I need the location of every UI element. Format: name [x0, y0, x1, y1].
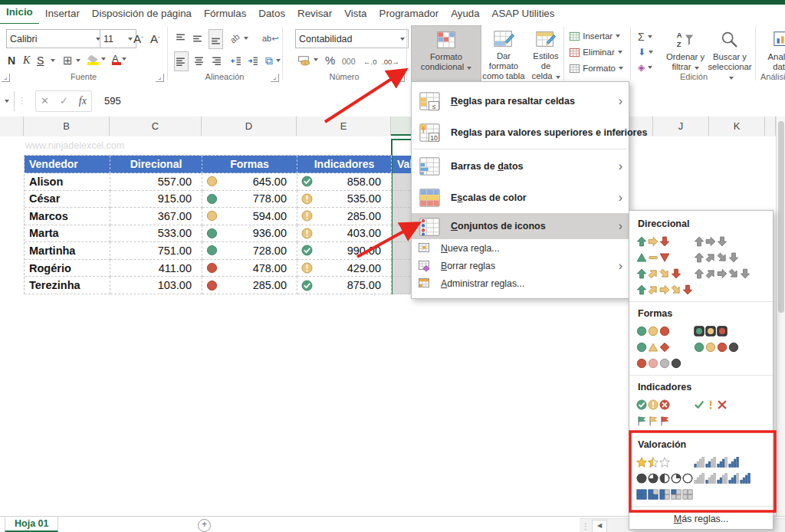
autosum-button[interactable]: Σ — [638, 28, 652, 45]
sheet-tab-hoja01[interactable]: Hoja 01 — [5, 517, 58, 532]
format-cells-button[interactable]: Formato — [569, 61, 623, 75]
align-middle-button[interactable] — [192, 30, 203, 47]
cell-styles-button[interactable]: Estilos de celda — [527, 25, 564, 82]
icon-set-option[interactable] — [636, 268, 694, 279]
cell-value[interactable]: 103.00 — [110, 277, 202, 294]
scroll-left-button[interactable]: ◀ — [592, 520, 607, 532]
icon-set-option[interactable] — [694, 399, 728, 410]
ribbon-tab-ayuda[interactable]: Ayuda — [445, 5, 485, 24]
cell-value[interactable]: 285.00 — [297, 208, 392, 225]
cell-vendedor[interactable]: Alison — [25, 173, 110, 191]
menu-item-reglas-para-resaltar-celdas[interactable]: ≤Reglas para resaltar celdas› — [412, 85, 629, 117]
cell-value[interactable]: 367.00 — [110, 208, 202, 225]
cell-value[interactable]: 403.00 — [297, 225, 392, 243]
enter-formula-icon[interactable]: ✓ — [60, 95, 68, 107]
menu-item-escalas-de-color[interactable]: Escalas de color› — [412, 182, 629, 213]
cell-value[interactable]: 858.00 — [297, 173, 392, 191]
cell-value[interactable]: 285.00 — [202, 277, 297, 294]
insert-function-button[interactable]: fx — [79, 95, 87, 107]
cell-value[interactable]: 990.00 — [297, 242, 392, 260]
table-header-formas[interactable]: Formas — [202, 156, 297, 173]
ribbon-tab-datos[interactable]: Datos — [252, 5, 291, 24]
menu-item-reglas-para-valores-superiores-e-inferiores[interactable]: 10Reglas para valores superiores e infer… — [412, 117, 629, 148]
align-bottom-button[interactable] — [209, 29, 223, 49]
cell-vendedor[interactable]: Terezinha — [25, 277, 110, 294]
icon-set-option[interactable] — [636, 252, 694, 263]
icon-set-option[interactable] — [636, 236, 694, 247]
cell-value[interactable]: 535.00 — [297, 191, 392, 209]
column-header[interactable] — [0, 117, 24, 136]
wrap-text-button[interactable]: ab↩ — [262, 30, 278, 47]
table-header-vendedor[interactable]: Vendedor — [25, 156, 110, 173]
percent-button[interactable]: % — [325, 51, 335, 68]
menu-item-conjuntos-de-iconos[interactable]: Conjuntos de iconos› — [412, 213, 629, 239]
column-header-C[interactable]: C — [110, 117, 202, 136]
fill-color-button[interactable] — [87, 51, 106, 67]
align-right-button[interactable] — [210, 52, 222, 69]
ribbon-tab-vista[interactable]: Vista — [338, 5, 373, 24]
ribbon-tab-revisar[interactable]: Revisar — [291, 5, 338, 24]
cell-vendedor[interactable]: Marcos — [25, 208, 110, 225]
decrease-indent-button[interactable] — [230, 52, 241, 69]
format-as-table-button[interactable]: Dar formato como tabla — [481, 25, 526, 82]
align-top-button[interactable] — [175, 30, 186, 47]
formula-value[interactable]: 595 — [104, 95, 121, 107]
clipboard-dialog-launcher[interactable]: ⌟ — [2, 74, 10, 82]
menu-item-mas-reglas[interactable]: Más reglas... — [629, 507, 773, 524]
decrease-font-button[interactable]: Aˇ — [150, 30, 160, 47]
font-name-combo[interactable]: Calibri — [6, 29, 104, 48]
borders-button[interactable]: ⊞ — [63, 52, 80, 69]
table-header-indicadores[interactable]: Indicadores — [297, 156, 392, 173]
cell-vendedor[interactable]: Martinha — [25, 242, 110, 260]
menu-item-nueva-regla[interactable]: Nueva regla... — [412, 239, 629, 257]
icon-set-option[interactable] — [694, 252, 739, 263]
cell-value[interactable]: 429.00 — [297, 260, 392, 277]
fill-button[interactable]: ⬇ — [638, 44, 653, 61]
align-center-button[interactable] — [193, 52, 205, 69]
increase-decimal-button[interactable]: ←.0 — [363, 53, 376, 70]
align-left-button[interactable] — [174, 51, 189, 71]
name-box[interactable] — [0, 91, 15, 111]
insert-cells-button[interactable]: Insertar — [569, 29, 620, 43]
icon-set-option[interactable] — [636, 358, 694, 369]
number-format-combo[interactable]: Contabilidad — [295, 29, 409, 48]
icon-set-option[interactable] — [694, 268, 751, 279]
increase-indent-button[interactable] — [247, 52, 258, 69]
icon-set-option[interactable] — [636, 342, 694, 353]
conditional-formatting-button[interactable]: Formato condicional — [411, 25, 481, 84]
merge-center-button[interactable]: ⧉ — [265, 52, 281, 69]
icon-set-option[interactable] — [636, 489, 694, 500]
cell-value[interactable]: 411.00 — [110, 260, 202, 277]
cell-value[interactable]: 778.00 — [202, 191, 297, 209]
new-sheet-button[interactable]: + — [198, 519, 211, 532]
column-header-J[interactable]: J — [653, 117, 709, 136]
icon-set-option[interactable] — [636, 457, 694, 468]
icon-set-option[interactable] — [694, 342, 739, 353]
bold-button[interactable]: N — [8, 52, 15, 69]
cell-value[interactable]: 936.00 — [202, 225, 297, 243]
icon-set-option[interactable] — [636, 284, 694, 295]
italic-button[interactable]: K — [23, 52, 30, 69]
numero-dialog-launcher[interactable]: ⌟ — [396, 74, 405, 82]
column-header[interactable] — [765, 117, 776, 136]
icon-set-option[interactable] — [636, 399, 694, 410]
accounting-format-button[interactable] — [297, 51, 318, 68]
ribbon-tab-inicio[interactable]: Inicio — [0, 4, 39, 25]
cell-value[interactable]: 557.00 — [110, 173, 202, 191]
orientation-chevron[interactable] — [241, 30, 248, 47]
cell-value[interactable]: 645.00 — [202, 173, 297, 191]
menu-item-barras-de-datos[interactable]: Barras de datos› — [412, 150, 629, 182]
cell-value[interactable]: 533.00 — [110, 225, 202, 243]
cell-value[interactable]: 875.00 — [297, 277, 392, 294]
delete-cells-button[interactable]: Eliminar — [569, 45, 622, 59]
icon-set-option[interactable] — [636, 415, 694, 426]
data-table[interactable]: VendedorDirecionalFormasIndicadoresAliso… — [24, 155, 392, 294]
ribbon-tab-asap-utilities[interactable]: ASAP Utilities — [486, 5, 561, 24]
increase-font-button[interactable]: Aˆ — [133, 30, 143, 47]
cell-value[interactable]: 478.00 — [202, 260, 297, 277]
cell-value[interactable]: 594.00 — [202, 208, 297, 225]
icon-set-option[interactable] — [636, 473, 694, 484]
cell-vendedor[interactable]: Rogério — [25, 260, 110, 277]
cell-value[interactable]: 751.00 — [110, 242, 202, 260]
icon-set-option[interactable] — [636, 326, 694, 337]
